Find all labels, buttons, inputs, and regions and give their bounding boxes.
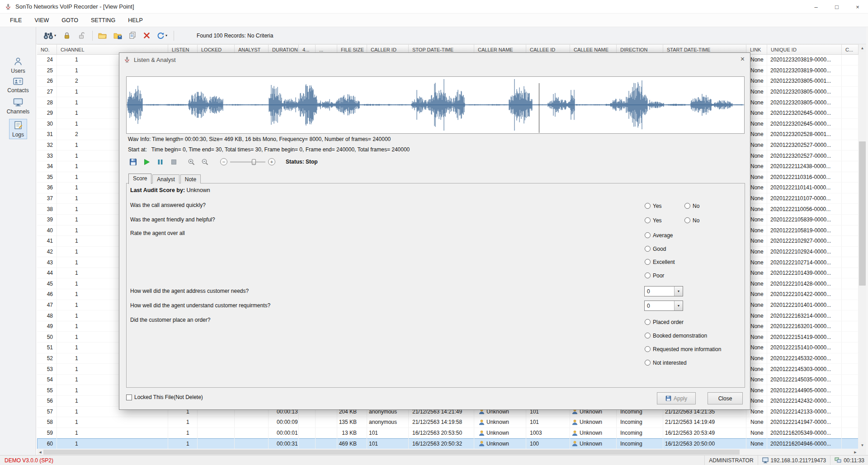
column-header-cmore[interactable]: C... bbox=[842, 45, 859, 54]
sidebar-label: Contacts bbox=[7, 87, 28, 94]
radio-yes[interactable]: Yes bbox=[645, 202, 662, 209]
log-row-59[interactable]: 591100:00:0113 KB10116/12/2563 20:53:50U… bbox=[37, 428, 859, 439]
radio-yes[interactable]: Yes bbox=[645, 217, 662, 224]
slider-handle[interactable] bbox=[252, 159, 256, 165]
scroll-right-icon[interactable]: ▶ bbox=[852, 449, 859, 455]
window-title: SonTo Networks VoIP Recorder - [View Poi… bbox=[15, 3, 134, 10]
dialog-close-icon[interactable]: × bbox=[741, 55, 745, 63]
radio-not-interested[interactable]: Not interested bbox=[645, 359, 687, 366]
radio-circle-icon[interactable] bbox=[645, 333, 651, 338]
radio-circle-icon[interactable] bbox=[645, 319, 651, 325]
menu-view[interactable]: VIEW bbox=[28, 14, 55, 26]
radio-no[interactable]: No bbox=[684, 217, 699, 224]
radio-no[interactable]: No bbox=[684, 202, 699, 209]
dropdown-caret-icon[interactable]: ▾ bbox=[165, 33, 167, 38]
dialog-title-bar[interactable]: Listen & Analyst × bbox=[119, 53, 750, 66]
menu-goto[interactable]: GOTO bbox=[55, 14, 85, 26]
chevron-down-icon[interactable]: ▼ bbox=[674, 301, 683, 310]
waveform-cursor[interactable] bbox=[539, 83, 539, 133]
slider-minus-button[interactable]: − bbox=[220, 158, 227, 165]
waveform-display[interactable] bbox=[126, 76, 745, 134]
scroll-down-icon[interactable]: ▼ bbox=[859, 442, 866, 449]
radio-circle-icon[interactable] bbox=[645, 360, 651, 366]
wav-info-line: Wav Info: Time length= 00:00:30, Size= 4… bbox=[128, 136, 391, 142]
menu-setting[interactable]: SETTING bbox=[85, 14, 122, 26]
sidebar-item-contacts[interactable]: Contacts bbox=[0, 75, 36, 95]
radio-circle-icon[interactable] bbox=[645, 232, 651, 238]
cell-col4 bbox=[299, 428, 316, 439]
play-button[interactable] bbox=[141, 156, 153, 167]
maximize-button[interactable]: □ bbox=[826, 0, 847, 14]
cell-value: Unknown bbox=[486, 430, 509, 436]
vertical-scrollbar[interactable]: ▲ ▼ bbox=[859, 44, 866, 449]
cell-no: 42 bbox=[37, 247, 57, 258]
pause-button[interactable] bbox=[154, 156, 166, 167]
save-audio-button[interactable] bbox=[127, 156, 139, 167]
cell-value: 60 bbox=[47, 441, 53, 447]
locked-file-checkbox[interactable]: Locked This File(Not Delete) bbox=[126, 394, 203, 400]
stop-button[interactable] bbox=[168, 156, 180, 167]
radio-average[interactable]: Average bbox=[645, 232, 673, 239]
tab-score[interactable]: Score bbox=[128, 174, 151, 184]
radio-circle-icon[interactable] bbox=[684, 217, 690, 223]
horizontal-scroll-thumb[interactable] bbox=[43, 450, 740, 455]
find-button[interactable]: ▾ bbox=[42, 30, 58, 41]
minimize-button[interactable]: – bbox=[806, 0, 826, 14]
slider-track[interactable] bbox=[230, 161, 265, 163]
log-row-58[interactable]: 581100:00:09135 KBanonymous21/12/2563 14… bbox=[37, 417, 859, 428]
radio-circle-icon[interactable] bbox=[645, 217, 651, 223]
menu-help[interactable]: HELP bbox=[122, 14, 149, 26]
radio-good[interactable]: Good bbox=[645, 245, 666, 252]
lock-record-button[interactable] bbox=[61, 30, 73, 41]
cell-stop_time: 21/12/2563 14:19:58 bbox=[409, 417, 474, 428]
cell-value: 30 bbox=[47, 121, 53, 127]
chevron-down-icon[interactable]: ▼ bbox=[674, 287, 683, 296]
zoom-out-button[interactable] bbox=[199, 156, 211, 167]
tab-note[interactable]: Note bbox=[180, 174, 201, 183]
radio-circle-icon[interactable] bbox=[645, 346, 651, 352]
checkbox-box[interactable] bbox=[126, 395, 132, 400]
scroll-left-icon[interactable]: ◀ bbox=[37, 449, 43, 455]
cell-caller_id: 101 bbox=[367, 428, 409, 439]
tab-analyst[interactable]: Analyst bbox=[152, 174, 179, 183]
sidebar-item-logs[interactable]: Logs bbox=[0, 119, 36, 139]
radio-poor[interactable]: Poor bbox=[645, 272, 664, 279]
score-select[interactable]: 0▼ bbox=[644, 301, 683, 311]
radio-circle-icon[interactable] bbox=[645, 203, 651, 209]
slider-plus-button[interactable]: + bbox=[268, 158, 275, 165]
radio-booked-demonstration[interactable]: Booked demonstration bbox=[645, 332, 707, 339]
score-select[interactable]: 0▼ bbox=[644, 286, 683, 296]
sidebar-item-channels[interactable]: Channels bbox=[0, 96, 36, 116]
delete-record-button[interactable] bbox=[142, 31, 152, 40]
cell-value: 20201222112438-0000... bbox=[770, 163, 830, 169]
radio-circle-icon[interactable] bbox=[645, 259, 651, 265]
refresh-button[interactable]: ▾ bbox=[155, 30, 169, 41]
log-row-60[interactable]: 601100:00:31469 KB10116/12/2563 20:50:32… bbox=[37, 438, 859, 449]
sidebar-item-users[interactable]: Users bbox=[0, 55, 36, 75]
save-record-button[interactable] bbox=[112, 31, 124, 41]
radio-circle-icon[interactable] bbox=[684, 203, 690, 209]
cell-value: 20201222144905-0000... bbox=[770, 387, 831, 394]
horizontal-scrollbar[interactable]: ◀ ▶ bbox=[37, 449, 859, 455]
zoom-in-button[interactable] bbox=[185, 156, 198, 167]
open-folder-button[interactable] bbox=[96, 31, 108, 41]
radio-circle-icon[interactable] bbox=[645, 246, 651, 252]
unlock-record-button[interactable] bbox=[76, 30, 88, 41]
menu-file[interactable]: FILE bbox=[4, 14, 28, 26]
cell-start_time: 21/12/2563 14:19:49 bbox=[663, 417, 746, 428]
radio-placed-order[interactable]: Placed order bbox=[645, 319, 684, 325]
scroll-up-icon[interactable]: ▲ bbox=[859, 44, 866, 52]
dialog-close-button[interactable]: Close bbox=[708, 392, 743, 404]
column-header-unique_id[interactable]: UNIQUE ID bbox=[767, 45, 842, 54]
connection-icon bbox=[835, 457, 841, 463]
close-button[interactable]: × bbox=[847, 0, 868, 14]
radio-requested-more-information[interactable]: Requested more information bbox=[645, 346, 721, 352]
column-header-no[interactable]: NO. bbox=[37, 45, 57, 54]
radio-excellent[interactable]: Excellent bbox=[645, 258, 675, 265]
scrollbar-corner bbox=[859, 449, 866, 455]
dropdown-caret-icon[interactable]: ▾ bbox=[54, 33, 56, 38]
vertical-scroll-thumb[interactable] bbox=[859, 141, 866, 286]
apply-button[interactable]: Apply bbox=[657, 392, 696, 404]
export-record-button[interactable] bbox=[127, 30, 138, 41]
radio-circle-icon[interactable] bbox=[645, 272, 651, 278]
